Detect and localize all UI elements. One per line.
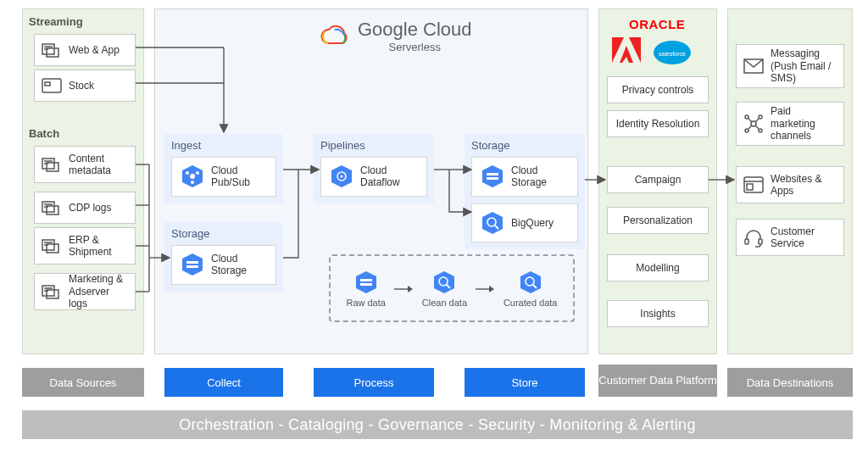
svg-point-59 (745, 115, 748, 119)
stage-raw: Raw data (346, 270, 385, 308)
card-icon (42, 75, 62, 96)
group-store: Storage Cloud Storage BigQuery (465, 134, 585, 249)
data-stages: Raw data Clean data Curated data (329, 254, 575, 322)
source-label: Content metadata (69, 153, 128, 177)
pipelines-title: Pipelines (320, 139, 427, 152)
envelope-icon (743, 56, 764, 76)
cdp-privacy: Privacy controls (607, 76, 709, 103)
source-stock: Stock (34, 70, 136, 102)
streaming-title: Streaming (29, 15, 83, 28)
dataflow-icon (330, 164, 353, 188)
svg-rect-40 (360, 279, 372, 281)
dest-label: Paid marketing channels (771, 105, 837, 142)
svg-rect-41 (360, 283, 372, 286)
svg-line-65 (748, 125, 752, 129)
cdp-personalization: Personalization (607, 207, 709, 234)
storage-icon (481, 164, 504, 188)
svg-line-63 (748, 119, 752, 122)
arrow-right-icon (394, 284, 413, 294)
salesforce-logo-icon: salesforce (653, 39, 692, 66)
svg-rect-70 (745, 239, 748, 244)
source-erp-shipment: ERP & Shipment (34, 227, 136, 264)
stage-clean: Clean data (422, 270, 467, 308)
source-label: CDP logs (69, 202, 111, 214)
source-label: Marketing & Adserver logs (69, 273, 128, 309)
browser-icon (743, 175, 764, 195)
bigquery-icon (481, 211, 504, 235)
pubsub-icon (181, 164, 204, 188)
dest-customer-service: Customer Service (736, 219, 844, 256)
cdp-campaign: Campaign (607, 166, 709, 193)
svg-rect-35 (487, 177, 498, 180)
svg-rect-7 (47, 163, 58, 171)
dest-label: Websites & Apps (771, 173, 837, 198)
svg-point-32 (341, 175, 343, 178)
service-pubsub: Cloud Pub/Sub (171, 157, 276, 197)
svg-rect-19 (47, 290, 58, 298)
source-cdp-logs: CDP logs (34, 192, 136, 224)
service-label: Cloud Pub/Sub (211, 164, 267, 189)
service-dataflow: Cloud Dataflow (320, 157, 427, 197)
svg-marker-27 (182, 253, 203, 276)
grid-icon (42, 281, 62, 302)
network-icon (743, 114, 764, 134)
svg-line-66 (755, 125, 759, 129)
service-label: BigQuery (511, 217, 554, 229)
group-ingest: Ingest Cloud Pub/Sub (164, 134, 283, 203)
svg-marker-43 (408, 286, 413, 292)
svg-point-24 (186, 171, 189, 175)
dest-paid-marketing: Paid marketing channels (736, 102, 844, 146)
svg-marker-39 (356, 271, 376, 293)
stage-curated: Curated data (504, 270, 558, 308)
arrow-right-icon (476, 284, 494, 294)
stage-label: Clean data (422, 298, 467, 308)
svg-rect-71 (759, 239, 762, 244)
cdp-insights: Insights (607, 300, 709, 327)
grid-icon (42, 154, 62, 175)
bigquery-icon (519, 270, 542, 294)
bar-collect: Collect (164, 368, 283, 397)
google-cloud-logo: Google Cloud Serverless (320, 19, 472, 53)
ingest-title: Ingest (171, 139, 276, 152)
svg-rect-28 (186, 261, 198, 264)
source-label: ERP & Shipment (69, 234, 128, 259)
dest-label: Customer Service (771, 226, 837, 250)
svg-point-26 (191, 181, 194, 184)
source-label: Stock (69, 80, 94, 92)
storage-icon (354, 270, 378, 294)
svg-rect-5 (45, 82, 50, 86)
batch-title: Batch (29, 127, 59, 140)
svg-rect-1 (47, 48, 58, 57)
svg-marker-33 (482, 165, 503, 187)
web-app-icon (42, 40, 62, 60)
group-collect-storage: Storage Cloud Storage (164, 222, 283, 292)
oracle-logo: ORACLE (629, 17, 685, 31)
adobe-logo-icon (612, 37, 641, 63)
bar-footer: Orchestration - Cataloging - Governance … (22, 410, 853, 439)
dest-websites-apps: Websites & Apps (736, 166, 844, 203)
store-title: Storage (471, 139, 578, 152)
dest-label: Messaging (Push Email / SMS) (771, 47, 837, 84)
dest-messaging: Messaging (Push Email / SMS) (736, 44, 844, 88)
svg-marker-36 (482, 212, 503, 234)
bar-destinations: Data Destinations (727, 368, 853, 397)
bar-cdp: Customer Data Platform (598, 365, 717, 397)
svg-marker-54 (620, 46, 633, 63)
svg-rect-15 (47, 244, 58, 253)
svg-point-23 (190, 174, 195, 179)
svg-point-61 (745, 129, 748, 132)
source-marketing-logs: Marketing & Adserver logs (34, 273, 136, 310)
svg-rect-11 (47, 206, 58, 214)
svg-rect-69 (747, 184, 753, 190)
source-label: Web & App (69, 44, 120, 56)
svg-marker-44 (434, 271, 454, 293)
group-pipelines: Pipelines Cloud Dataflow (314, 134, 434, 203)
svg-rect-34 (487, 173, 498, 175)
svg-rect-29 (186, 265, 198, 268)
service-bigquery: BigQuery (471, 203, 578, 242)
cdp-identity: Identity Resolution (607, 110, 709, 137)
svg-text:salesforce: salesforce (659, 51, 686, 57)
storage-icon (181, 253, 204, 276)
svg-line-64 (755, 119, 759, 122)
svg-marker-48 (489, 286, 494, 292)
